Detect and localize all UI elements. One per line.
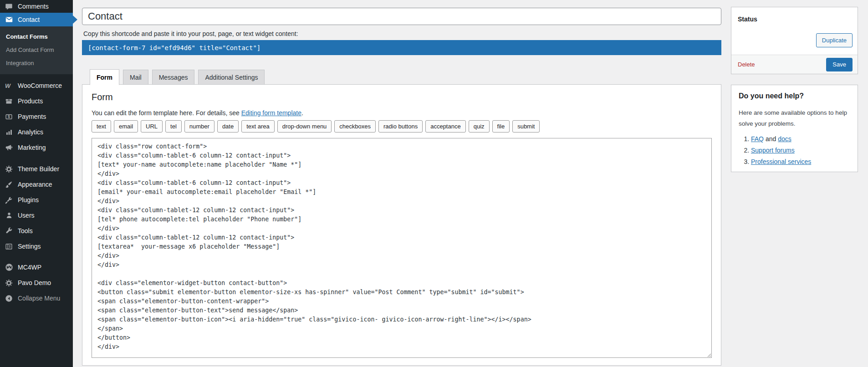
professional-services-link[interactable]: Professional services [751,158,811,165]
sidebar-item-tools[interactable]: Tools [0,223,73,239]
admin-sidebar: Comments Contact Contact Forms Add Conta… [0,0,73,367]
tab-form[interactable]: Form [90,69,119,85]
user-icon [4,212,14,219]
mc4wp-logo-icon [4,263,14,271]
tag-button-file[interactable]: file [492,120,510,133]
email-icon [4,15,14,24]
support-forums-link[interactable]: Support forums [751,147,795,154]
sidebar-item-settings[interactable]: Settings [0,239,73,254]
sidebar-item-label: Products [18,97,43,105]
status-panel-title: Status [738,15,757,23]
submenu-item-integration[interactable]: Integration [0,56,73,70]
sidebar-item-appearance[interactable]: Appearance [0,177,73,192]
tag-button-quiz[interactable]: quiz [469,120,490,133]
sidebar-item-label: Analytics [18,128,43,136]
form-template-textarea[interactable]: <div class="row contact-form"> <div clas… [92,138,712,358]
status-panel: Status Duplicate Delete Save [731,7,858,74]
sidebar-item-comments[interactable]: Comments [0,0,73,13]
editing-form-template-link[interactable]: Editing form template [241,109,301,117]
tag-button-acceptance[interactable]: acceptance [425,120,466,133]
brush-icon [4,181,14,189]
sidebar-item-label: Appearance [18,181,52,188]
sidebar-group-plugins: MC4WP Pavo Demo [0,260,73,291]
sidebar-item-pavo-demo[interactable]: Pavo Demo [0,275,73,291]
tag-button-checkboxes[interactable]: checkboxes [334,120,376,133]
shortcode-hint: Copy this shortcode and paste it into yo… [83,30,298,37]
duplicate-button[interactable]: Duplicate [816,33,853,47]
svg-text:W: W [5,82,11,89]
form-panel-heading: Form [92,92,113,102]
sidebar-item-label: Payments [18,113,46,120]
sidebar-item-label: Marketing [18,144,46,151]
help-panel-title: Do you need help? [739,92,850,100]
gear-icon [4,279,14,287]
sidebar-item-label: Plugins [18,196,39,204]
tag-button-tel[interactable]: tel [165,120,182,133]
sliders-icon [4,243,14,250]
tag-button-drop-down-menu[interactable]: drop-down menu [277,120,332,133]
help-list-item: FAQ and docs [751,135,850,143]
payments-icon: $ [4,113,14,121]
sidebar-item-label: Contact [18,16,40,23]
sidebar-item-theme-builder[interactable]: Theme Builder [0,161,73,177]
help-links-list: FAQ and docs Support forums Professional… [739,135,850,165]
sidebar-item-label: Users [18,212,35,219]
sidebar-item-analytics[interactable]: Analytics [0,124,73,140]
woocommerce-icon: W [4,82,14,90]
description-period: . [301,109,303,117]
svg-text:$: $ [8,114,10,119]
delete-link[interactable]: Delete [738,61,755,68]
current-menu-arrow [73,15,77,24]
tag-button-text[interactable]: text [92,120,111,133]
sidebar-item-label: WooCommerce [18,82,62,89]
tab-messages[interactable]: Messages [152,70,195,85]
submenu-item-contact-forms[interactable]: Contact Forms [0,30,73,43]
analytics-icon [4,128,14,136]
editor-tabs: Form Mail Messages Additional Settings [90,69,265,85]
contact-submenu: Contact Forms Add Contact Form Integrati… [0,26,73,74]
help-panel: Do you need help? Here are some availabl… [731,85,858,172]
form-panel-description: You can edit the form template here. For… [92,109,303,117]
tag-button-email[interactable]: email [114,120,138,133]
sidebar-item-woocommerce[interactable]: W WooCommerce [0,78,73,93]
sidebar-group-site: Theme Builder Appearance Plugins Users T… [0,161,73,254]
description-text: You can edit the form template here. For… [92,109,241,117]
faq-link[interactable]: FAQ [751,135,764,143]
sidebar-item-payments[interactable]: $ Payments [0,109,73,124]
tag-button-number[interactable]: number [184,120,214,133]
tag-button-url[interactable]: URL [141,120,163,133]
sidebar-item-products[interactable]: Products [0,93,73,109]
tag-button-submit[interactable]: submit [512,120,540,133]
sidebar-item-marketing[interactable]: Marketing [0,140,73,155]
help-list-item: Professional services [751,158,850,165]
sidebar-item-collapse-menu[interactable]: Collapse Menu [0,291,73,306]
sidebar-item-label: Pavo Demo [18,279,51,286]
docs-link[interactable]: docs [778,135,791,143]
sidebar-item-label: Settings [18,243,41,250]
tab-mail[interactable]: Mail [123,70,148,85]
gear-icon [4,165,14,173]
sidebar-item-mc4wp[interactable]: MC4WP [0,260,73,275]
tab-additional-settings[interactable]: Additional Settings [198,70,265,85]
tag-button-date[interactable]: date [217,120,239,133]
wrench-icon [4,227,14,235]
shortcode-text: [contact-form-7 id="efd94d6" title="Cont… [88,44,260,51]
tag-generator-toolbar: text email URL tel number date text area… [92,120,540,133]
collapse-arrow-icon [4,295,14,302]
submenu-item-add-contact-form[interactable]: Add Contact Form [0,43,73,56]
help-list-item: Support forums [751,147,850,154]
save-button[interactable]: Save [826,58,853,71]
form-editor-panel: Form You can edit the form template here… [82,84,721,366]
shortcode-field[interactable]: [contact-form-7 id="efd94d6" title="Cont… [82,40,721,55]
sidebar-item-users[interactable]: Users [0,208,73,223]
sidebar-item-plugins[interactable]: Plugins [0,192,73,208]
tag-button-radio-buttons[interactable]: radio buttons [378,120,423,133]
plug-icon [4,196,14,204]
megaphone-icon [4,144,14,152]
sidebar-item-contact[interactable]: Contact [0,13,73,26]
form-title-input[interactable] [82,8,721,25]
tag-button-text-area[interactable]: text area [241,120,275,133]
sidebar-item-label: Theme Builder [18,165,59,173]
sidebar-item-label: Tools [18,227,33,234]
help-panel-intro: Here are some available options to help … [739,107,850,129]
